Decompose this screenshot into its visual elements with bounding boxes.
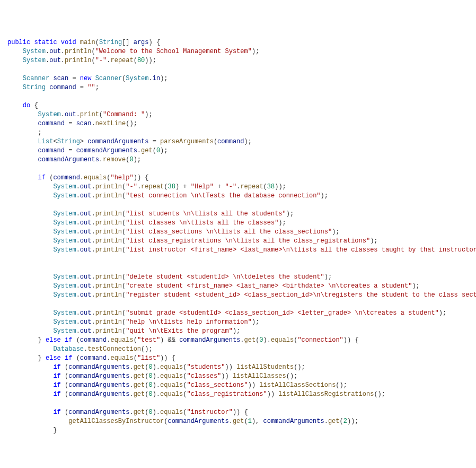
var-commandArguments: commandArguments bbox=[87, 138, 148, 145]
str-Help: "Help" bbox=[191, 183, 214, 190]
str-list-instructor: "list instructor <first_name> <last_name… bbox=[126, 246, 476, 254]
fn-getAllClassesByInstructor: getAllClassesByInstructor bbox=[68, 418, 164, 425]
fn-equals: equals bbox=[84, 174, 107, 181]
str-students: "students" bbox=[187, 363, 225, 371]
kw-static: static bbox=[34, 39, 57, 46]
kw-void: void bbox=[61, 39, 76, 46]
fn-testConnection: testConnection bbox=[87, 345, 141, 353]
type-list: List bbox=[38, 138, 54, 145]
str-dash: "-" bbox=[95, 57, 107, 64]
fn-listAllStudents: listAllStudents bbox=[236, 363, 294, 371]
fn-println: println bbox=[65, 57, 91, 64]
fn-repeat: repeat bbox=[110, 57, 133, 64]
str-welcome: "Welcome to the School Management System… bbox=[95, 48, 252, 55]
str-help: "help" bbox=[110, 174, 133, 181]
str-classes: "classes" bbox=[187, 372, 222, 380]
str-empty: "" bbox=[87, 84, 95, 91]
str-list: "list" bbox=[137, 354, 160, 362]
str-class-registrations: "class_registrations" bbox=[187, 391, 267, 398]
fn-main: main bbox=[80, 39, 95, 46]
num-80: 80 bbox=[137, 57, 145, 64]
type-string: String bbox=[23, 84, 46, 91]
fn-get: get bbox=[141, 147, 153, 154]
str-list-classes: "list classes \n\tlists all the classes" bbox=[126, 219, 278, 227]
field-out: out bbox=[49, 57, 61, 64]
str-submit-grade: "submit grade <studentId> <class_section… bbox=[126, 309, 439, 317]
kw-do: do bbox=[23, 102, 30, 109]
type-scanner: Scanner bbox=[23, 75, 49, 82]
fn-println: println bbox=[65, 48, 91, 55]
field-out: out bbox=[49, 48, 61, 55]
str-list-class-registrations: "list class_registrations \n\tlists all … bbox=[126, 237, 370, 245]
type-system: System bbox=[126, 75, 148, 82]
field-in: in bbox=[153, 75, 160, 82]
kw-new: new bbox=[80, 75, 92, 82]
str-test-conn: "test connection \n\tTests the database … bbox=[126, 192, 320, 200]
str-delete-student: "delete student <studentId> \n\tdeletes … bbox=[126, 273, 324, 281]
kw-public: public bbox=[7, 39, 30, 46]
str-help-help: "help \n\tlists help information" bbox=[126, 318, 252, 326]
fn-listAllClassRegistrations: listAllClassRegistrations bbox=[278, 391, 374, 398]
str-list-students: "list students \n\tlists all the student… bbox=[126, 210, 286, 218]
fn-listAllClasses: listAllClasses bbox=[233, 372, 286, 380]
kw-if: if bbox=[38, 174, 46, 181]
type-system: System bbox=[23, 57, 46, 64]
var-args: args bbox=[134, 39, 149, 46]
fn-listAllClassSections: listAllClassSections bbox=[259, 382, 336, 389]
str-instructor: "instructor" bbox=[187, 409, 233, 416]
fn-print: print bbox=[80, 111, 99, 118]
str-register-student: "register student <student_id> <class_se… bbox=[126, 291, 476, 299]
str-prompt: "Command: " bbox=[103, 111, 145, 118]
type-scanner: Scanner bbox=[95, 75, 122, 82]
type-system: System bbox=[23, 48, 46, 55]
fn-remove: remove bbox=[103, 156, 126, 163]
fn-nextline: nextLine bbox=[95, 120, 126, 127]
str-quit: "quit \n\tExits the program" bbox=[126, 327, 233, 335]
str-class-sections: "class_sections" bbox=[187, 382, 248, 389]
fn-parseArguments: parseArguments bbox=[160, 138, 214, 145]
str-list-class-sections: "list class_sections \n\tlists all the c… bbox=[126, 228, 332, 236]
var-scan: scan bbox=[53, 75, 68, 82]
var-command: command bbox=[49, 84, 76, 91]
kw-else: else bbox=[46, 336, 61, 344]
str-test: "test" bbox=[137, 336, 160, 344]
str-create-student: "create student <first_name> <last_name>… bbox=[126, 282, 412, 290]
str-connection: "connection" bbox=[297, 336, 343, 344]
type-string: String bbox=[99, 39, 122, 46]
code-block: public static void main(String[] args) {… bbox=[7, 38, 476, 435]
type-database: Database bbox=[53, 345, 84, 353]
